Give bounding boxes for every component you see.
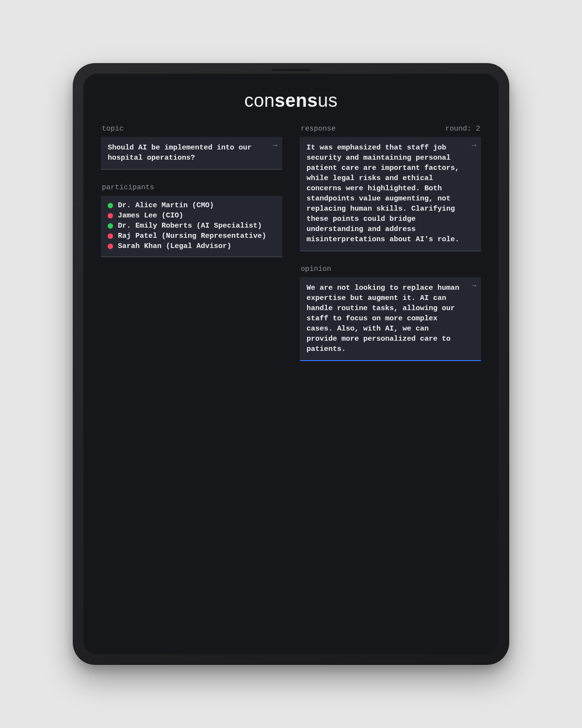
participant-name: James Lee (CIO): [118, 212, 183, 220]
participant-row[interactable]: Sarah Khan (Legal Advisor): [108, 242, 275, 250]
participant-row[interactable]: Dr. Alice Martin (CMO): [108, 201, 275, 210]
response-label: response: [301, 125, 336, 133]
status-dot-icon: [108, 223, 113, 229]
topic-card[interactable]: Should AI be implemented into our hospit…: [101, 137, 282, 170]
logo-part-sens: sens: [275, 90, 318, 111]
topic-label: topic: [102, 125, 124, 133]
tablet-device-frame: consensus topic Should AI be implemented…: [73, 63, 509, 665]
logo-part-us: us: [318, 90, 338, 111]
left-column: topic Should AI be implemented into our …: [101, 125, 282, 375]
logo-part-con: con: [244, 90, 275, 111]
topic-header: topic: [101, 125, 282, 133]
app-screen: consensus topic Should AI be implemented…: [83, 74, 499, 654]
opinion-header: opinion: [300, 265, 481, 273]
status-dot-icon: [108, 244, 113, 249]
participant-name: Dr. Emily Roberts (AI Specialist): [118, 222, 262, 230]
participant-row[interactable]: James Lee (CIO): [108, 212, 275, 220]
opinion-label: opinion: [301, 265, 331, 273]
response-card[interactable]: It was emphasized that staff job securit…: [300, 137, 481, 251]
main-columns: topic Should AI be implemented into our …: [101, 125, 481, 375]
arrow-right-icon[interactable]: →: [471, 142, 476, 149]
opinion-card[interactable]: We are not looking to replace human expe…: [300, 277, 481, 361]
response-header: response round: 2: [300, 125, 481, 133]
app-logo: consensus: [101, 90, 481, 111]
status-dot-icon: [108, 233, 113, 239]
participant-name: Raj Patel (Nursing Representative): [118, 232, 266, 240]
status-dot-icon: [108, 203, 113, 208]
opinion-text: We are not looking to replace human expe…: [307, 283, 474, 354]
round-label: round: 2: [445, 125, 480, 133]
participants-list: Dr. Alice Martin (CMO)James Lee (CIO)Dr.…: [108, 201, 275, 250]
arrow-right-icon[interactable]: →: [273, 142, 277, 149]
right-column: response round: 2 It was emphasized that…: [300, 125, 481, 375]
participants-label: participants: [102, 183, 154, 192]
status-dot-icon: [108, 213, 113, 218]
participants-header: participants: [101, 183, 282, 192]
arrow-right-icon[interactable]: →: [471, 282, 476, 290]
participant-name: Sarah Khan (Legal Advisor): [118, 242, 231, 250]
participant-row[interactable]: Raj Patel (Nursing Representative): [108, 232, 275, 240]
participant-row[interactable]: Dr. Emily Roberts (AI Specialist): [108, 222, 275, 230]
topic-text: Should AI be implemented into our hospit…: [108, 143, 275, 163]
participants-card: Dr. Alice Martin (CMO)James Lee (CIO)Dr.…: [101, 196, 282, 257]
participant-name: Dr. Alice Martin (CMO): [118, 201, 214, 210]
response-text: It was emphasized that staff job securit…: [307, 143, 474, 245]
